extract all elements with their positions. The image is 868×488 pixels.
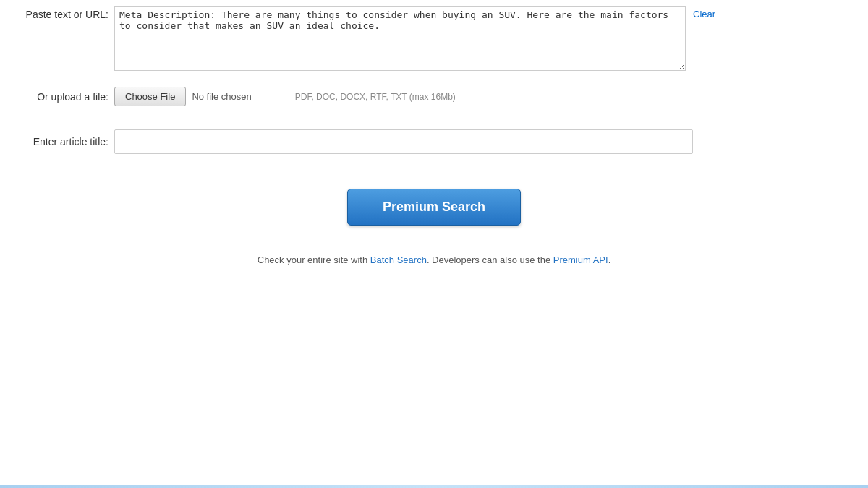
- paste-textarea[interactable]: Meta Description: There are many things …: [114, 6, 686, 71]
- bottom-border: [0, 485, 868, 488]
- clear-button[interactable]: Clear: [693, 6, 715, 20]
- page-wrapper: Paste text or URL: Meta Description: The…: [0, 0, 868, 488]
- footer-text-middle: . Developers can also use the: [427, 254, 553, 265]
- premium-search-button[interactable]: Premium Search: [347, 189, 521, 226]
- file-types-hint: PDF, DOC, DOCX, RTF, TXT (max 16Mb): [295, 92, 456, 102]
- footer-text: Check your entire site with Batch Search…: [258, 254, 611, 265]
- article-title-input[interactable]: [114, 129, 693, 154]
- premium-api-link[interactable]: Premium API: [553, 254, 608, 265]
- title-section: Enter article title:: [0, 116, 868, 167]
- paste-section: Paste text or URL: Meta Description: The…: [0, 0, 868, 77]
- upload-section: Or upload a file: Choose File No file ch…: [0, 77, 868, 116]
- no-file-text: No file chosen: [192, 91, 251, 102]
- textarea-wrapper: Meta Description: There are many things …: [114, 6, 686, 71]
- footer-text-before-batch: Check your entire site with: [258, 254, 370, 265]
- upload-label: Or upload a file:: [14, 91, 109, 103]
- paste-label: Paste text or URL:: [14, 6, 109, 20]
- choose-file-button[interactable]: Choose File: [114, 87, 186, 106]
- batch-search-link[interactable]: Batch Search: [370, 254, 427, 265]
- footer-section: Check your entire site with Batch Search…: [0, 240, 868, 273]
- footer-text-end: .: [608, 254, 611, 265]
- article-title-label: Enter article title:: [14, 136, 109, 147]
- search-section: Premium Search: [0, 167, 868, 240]
